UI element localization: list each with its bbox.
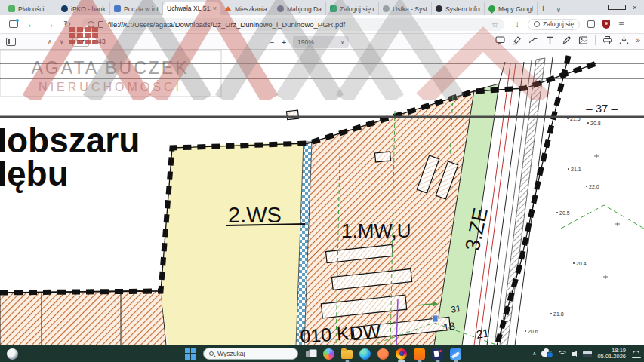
favicon bbox=[487, 4, 497, 14]
draw-tool-icon[interactable] bbox=[562, 35, 572, 45]
svg-text:20.6: 20.6 bbox=[528, 329, 538, 334]
elevation-labels: 21.5 20.8 21.1 22.0 20.5 20.4 21.8 20.6 bbox=[525, 116, 601, 334]
minimize-button[interactable]: – bbox=[590, 4, 608, 11]
start-button[interactable] bbox=[185, 348, 196, 360]
svg-text:21: 21 bbox=[476, 326, 490, 341]
adblock-shield-icon[interactable] bbox=[602, 20, 610, 29]
favicon bbox=[330, 5, 337, 12]
svg-text:20.8: 20.8 bbox=[590, 121, 601, 126]
favicon bbox=[114, 5, 121, 12]
pdf-page-viewport[interactable]: 21.5 20.8 21.1 22.0 20.5 20.4 21.8 20.6 … bbox=[0, 50, 644, 345]
save-icon[interactable] bbox=[619, 35, 629, 45]
svg-text:18: 18 bbox=[442, 319, 456, 333]
favicon bbox=[8, 5, 15, 12]
page-down-icon[interactable]: ∨ bbox=[60, 38, 64, 45]
tab-poczta[interactable]: Poczta w interi bbox=[110, 2, 163, 15]
zoom-in-button[interactable]: + bbox=[278, 38, 290, 47]
tab-ipko[interactable]: iPKO - bankow bbox=[57, 2, 110, 15]
maximize-button[interactable] bbox=[608, 4, 626, 11]
forward-icon[interactable]: → bbox=[45, 19, 54, 29]
print-icon[interactable] bbox=[602, 35, 612, 45]
zoom-level-select[interactable]: 190% ∨ bbox=[293, 36, 349, 48]
back-icon[interactable]: ← bbox=[27, 19, 36, 29]
svg-text:20.4: 20.4 bbox=[576, 261, 587, 266]
tab-label: Ustka - System bbox=[393, 5, 427, 13]
tab-label: Mahjong Dark D bbox=[287, 5, 322, 13]
favicon bbox=[277, 5, 284, 12]
card-game-icon[interactable] bbox=[432, 348, 443, 360]
zone-bottom-left-strip bbox=[0, 290, 166, 345]
comment-tool-icon[interactable] bbox=[495, 35, 505, 45]
system-tray: ∧ 18:19 05.01.2026 bbox=[532, 345, 639, 362]
maximize-icon bbox=[608, 5, 626, 10]
tab-uchwala-active[interactable]: Uchwała XL.512.2× bbox=[163, 2, 220, 15]
tab-platnosci[interactable]: Płatności bbox=[5, 2, 57, 15]
browser-icon[interactable] bbox=[377, 348, 389, 360]
notification-bell-icon[interactable] bbox=[633, 351, 639, 357]
task-view-icon[interactable] bbox=[305, 348, 316, 360]
edge-browser-icon[interactable] bbox=[359, 348, 371, 360]
menu-icon[interactable]: ≡ bbox=[618, 19, 624, 29]
reload-icon[interactable]: ↻ bbox=[63, 19, 71, 29]
page-up-icon[interactable]: ∧ bbox=[48, 38, 52, 45]
download-icon[interactable]: ↓ bbox=[515, 19, 519, 29]
orange-app-icon[interactable] bbox=[414, 348, 425, 360]
zoom-level-value: 190% bbox=[297, 38, 314, 46]
onedrive-cloud-icon[interactable] bbox=[541, 351, 552, 357]
svg-text:ębu: ębu bbox=[7, 154, 69, 193]
firefox-icon[interactable] bbox=[396, 348, 407, 360]
zone-label-1mwu: 1.MW,U bbox=[341, 219, 411, 242]
tab-mapy[interactable]: Mapy Google bbox=[485, 2, 538, 15]
tab-mahjong[interactable]: Mahjong Dark D bbox=[273, 2, 326, 15]
taskbar: Wyszukaj ∧ 18:19 05.01.2026 bbox=[0, 345, 644, 362]
image-tool-icon[interactable] bbox=[578, 35, 588, 45]
address-bar[interactable]: file:///C:/Users/agata/Downloads/Dz_Urz_… bbox=[82, 18, 504, 31]
hidden-icons-chevron[interactable]: ∧ bbox=[532, 351, 536, 357]
wifi-icon[interactable] bbox=[557, 351, 566, 357]
tab-system[interactable]: System Informa bbox=[432, 2, 485, 15]
person-icon bbox=[534, 21, 540, 27]
copilot-icon[interactable] bbox=[323, 348, 334, 360]
volume-icon[interactable] bbox=[572, 352, 575, 356]
close-button[interactable]: × bbox=[626, 4, 644, 11]
tab-close-icon[interactable]: × bbox=[213, 5, 217, 12]
taskbar-clock[interactable]: 18:19 05.01.2026 bbox=[597, 348, 626, 360]
tab-search-chevron-icon[interactable]: ∨ bbox=[556, 7, 561, 14]
tab-zaloguj[interactable]: Zaloguj się do G bbox=[326, 2, 379, 15]
photos-app-icon[interactable] bbox=[450, 348, 461, 360]
zoom-out-button[interactable]: − bbox=[266, 38, 278, 47]
signature-tool-icon[interactable] bbox=[528, 35, 538, 45]
favicon bbox=[436, 5, 442, 12]
extension-icon[interactable] bbox=[587, 20, 595, 28]
page-count-label: z 43 bbox=[93, 38, 106, 45]
page-number-input[interactable]: 37 bbox=[72, 37, 89, 47]
pdf-annotation-tools: » bbox=[495, 35, 639, 45]
text-tool-icon[interactable] bbox=[545, 35, 555, 45]
keyboard-icon[interactable] bbox=[583, 351, 592, 357]
file-explorer-icon[interactable] bbox=[341, 350, 353, 359]
tab-label: Uchwała XL.512.2 bbox=[167, 5, 211, 12]
bookmark-star-icon[interactable]: ☆ bbox=[491, 20, 498, 29]
window-controls: – × bbox=[590, 0, 644, 15]
url-text[interactable]: file:///C:/Users/agata/Downloads/Dz_Urz_… bbox=[108, 20, 487, 29]
more-tools-icon[interactable]: » bbox=[636, 36, 639, 44]
tab-ustka[interactable]: Ustka - System bbox=[379, 2, 432, 15]
signin-button[interactable]: Zaloguj się bbox=[528, 19, 580, 30]
pdf-sidebar-icon[interactable] bbox=[6, 38, 16, 46]
svg-text:22.0: 22.0 bbox=[589, 184, 599, 189]
taskbar-search[interactable]: Wyszukaj bbox=[203, 348, 298, 360]
watermark-logo-box: AGATA BUCZEK NIERUCHOMOŚCI bbox=[0, 50, 221, 97]
new-tab-button[interactable]: + bbox=[541, 3, 546, 14]
tab-label: Płatności bbox=[18, 5, 53, 13]
highlight-tool-icon[interactable] bbox=[512, 35, 522, 45]
search-placeholder: Wyszukaj bbox=[217, 350, 245, 357]
sidebar-icon[interactable] bbox=[9, 20, 18, 28]
tab-label: Poczta w interi bbox=[124, 5, 159, 13]
tab-mieszkania[interactable]: Mieszkania Wyn bbox=[220, 2, 273, 15]
tab-label: System Informa bbox=[445, 5, 480, 13]
site-info-icon[interactable] bbox=[88, 21, 94, 28]
weather-icon[interactable] bbox=[7, 348, 18, 360]
tab-strip: Płatności iPKO - bankow Poczta w interi … bbox=[0, 0, 644, 15]
tab-label: iPKO - bankow bbox=[71, 5, 106, 13]
zoom-controls: − + 190% ∨ bbox=[266, 36, 349, 48]
